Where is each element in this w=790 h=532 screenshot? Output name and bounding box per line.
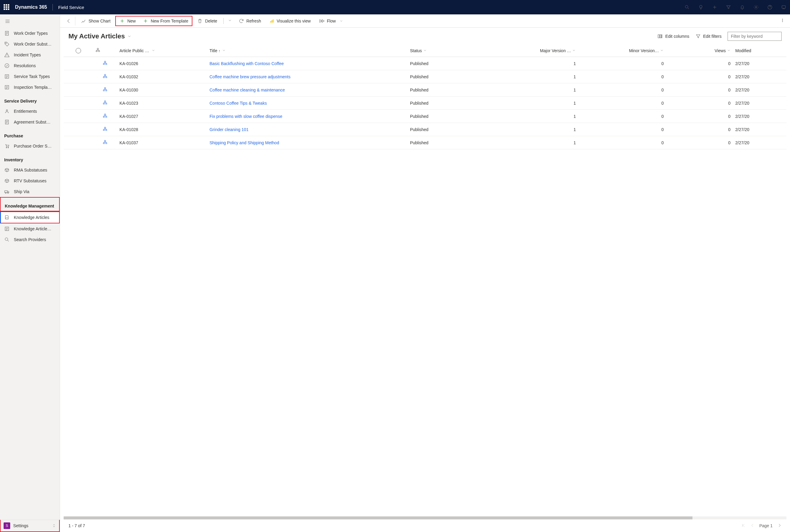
col-title[interactable]: Title ↑ xyxy=(207,44,408,57)
view-selector[interactable]: My Active Articles xyxy=(69,32,131,40)
area-label: Settings xyxy=(13,523,29,528)
updown-icon xyxy=(52,524,56,528)
select-all-header[interactable] xyxy=(63,44,93,57)
delete-chevron[interactable] xyxy=(226,17,234,24)
flow-label: Flow xyxy=(327,19,336,23)
settings-icon[interactable] xyxy=(753,4,759,10)
cell-title[interactable]: Contoso Coffee Tips & Tweaks xyxy=(207,97,408,110)
table-row[interactable]: KA-01032Coffee machine brew pressure adj… xyxy=(63,70,786,83)
flow-button[interactable]: Flow xyxy=(315,17,347,25)
plus-icon xyxy=(143,18,148,24)
cell-status: Published xyxy=(408,83,488,97)
nav-item[interactable]: Ship Via xyxy=(0,186,60,197)
search-icon[interactable] xyxy=(684,4,690,10)
table-row[interactable]: KA-01023Contoso Coffee Tips & TweaksPubl… xyxy=(63,97,786,110)
row-select[interactable] xyxy=(63,97,93,110)
cell-title[interactable]: Fix problems with slow coffee dispense xyxy=(207,110,408,123)
col-modified[interactable]: Modified xyxy=(733,44,786,57)
hierarchy-icon[interactable] xyxy=(93,123,117,136)
nav-item[interactable]: Agreement Subst… xyxy=(0,117,60,128)
bell-icon[interactable] xyxy=(739,4,745,10)
row-select[interactable] xyxy=(63,70,93,83)
delete-button[interactable]: Delete xyxy=(194,17,221,25)
nav-label: Ship Via xyxy=(14,189,30,194)
nav-item[interactable]: Incident Types xyxy=(0,50,60,60)
svg-rect-47 xyxy=(105,88,106,89)
row-select[interactable] xyxy=(63,57,93,70)
nav-group-title: Inventory xyxy=(0,151,60,165)
nav-item[interactable]: RMA Substatuses xyxy=(0,165,60,175)
cell-title[interactable]: Grinder cleaning 101 xyxy=(207,123,408,136)
cell-title[interactable]: Basic Backflushing with Contoso Coffee xyxy=(207,57,408,70)
nav-item[interactable]: Resolutions xyxy=(0,60,60,71)
cell-title[interactable]: Coffee machine brew pressure adjustments xyxy=(207,70,408,83)
new-button[interactable]: New xyxy=(116,17,139,25)
chevron-down-icon xyxy=(127,34,131,38)
pager-prev[interactable] xyxy=(750,523,755,529)
nav-group-title: Purchase xyxy=(0,128,60,141)
edit-columns-button[interactable]: Edit columns xyxy=(657,34,689,39)
hamburger-button[interactable] xyxy=(0,14,60,28)
table-row[interactable]: KA-01027Fix problems with slow coffee di… xyxy=(63,110,786,123)
table-row[interactable]: KA-01037Shipping Policy and Shipping Met… xyxy=(63,136,786,149)
row-select[interactable] xyxy=(63,136,93,149)
nav-item[interactable]: Knowledge Article… xyxy=(0,223,60,234)
new-from-template-button[interactable]: New From Template xyxy=(139,17,192,25)
overflow-button[interactable] xyxy=(777,16,788,26)
filter-icon[interactable] xyxy=(726,4,731,10)
pager-next[interactable] xyxy=(777,523,782,529)
row-select[interactable] xyxy=(63,83,93,97)
hierarchy-icon[interactable] xyxy=(93,57,117,70)
edit-filters-button[interactable]: Edit filters xyxy=(696,34,721,39)
add-icon[interactable] xyxy=(712,4,717,10)
col-major[interactable]: Major Version … xyxy=(488,44,578,57)
cell-status: Published xyxy=(408,110,488,123)
table-row[interactable]: KA-01026Basic Backflushing with Contoso … xyxy=(63,57,786,70)
horizontal-scrollbar[interactable] xyxy=(63,516,786,519)
assistant-icon[interactable] xyxy=(781,4,786,10)
nav-item[interactable]: Work Order Subst… xyxy=(0,39,60,50)
nav-item[interactable]: Purchase Order S… xyxy=(0,141,60,151)
cell-title[interactable]: Shipping Policy and Shipping Method xyxy=(207,136,408,149)
nav-item[interactable]: Service Task Types xyxy=(0,71,60,82)
cell-modified: 2/27/20 xyxy=(733,97,786,110)
show-chart-button[interactable]: Show Chart xyxy=(77,17,114,25)
col-article-number[interactable]: Article Public … xyxy=(117,44,207,57)
nav-item[interactable]: Search Providers xyxy=(0,234,60,245)
nav-item[interactable]: Inspection Templa… xyxy=(0,82,60,93)
hierarchy-icon[interactable] xyxy=(93,70,117,83)
cell-title[interactable]: Coffee machine cleaning & maintenance xyxy=(207,83,408,97)
col-views[interactable]: Views xyxy=(666,44,733,57)
row-select[interactable] xyxy=(63,110,93,123)
app-launcher-icon[interactable] xyxy=(4,4,10,10)
svg-point-17 xyxy=(6,147,6,148)
pager-first[interactable] xyxy=(741,523,746,529)
table-row[interactable]: KA-01030Coffee machine cleaning & mainte… xyxy=(63,83,786,97)
svg-line-1 xyxy=(688,8,689,9)
nav-item[interactable]: RTV Substatuses xyxy=(0,175,60,186)
hierarchy-icon[interactable] xyxy=(93,83,117,97)
cell-views: 0 xyxy=(666,70,733,83)
cell-minor: 0 xyxy=(578,123,666,136)
nav-icon xyxy=(4,84,10,90)
nav-item[interactable]: Work Order Types xyxy=(0,28,60,39)
hierarchy-icon[interactable] xyxy=(93,110,117,123)
back-button[interactable] xyxy=(62,17,75,25)
area-switcher[interactable]: S Settings xyxy=(0,520,60,532)
cell-major: 1 xyxy=(488,97,578,110)
table-row[interactable]: KA-01028Grinder cleaning 101Published100… xyxy=(63,123,786,136)
hierarchy-icon[interactable] xyxy=(93,97,117,110)
help-icon[interactable] xyxy=(767,4,773,10)
visualize-button[interactable]: Visualize this view xyxy=(266,17,314,25)
view-header: My Active Articles Edit columns Edit fil… xyxy=(60,27,790,43)
col-minor[interactable]: Minor Version… xyxy=(578,44,666,57)
filter-keyword-input[interactable] xyxy=(728,32,782,41)
col-status[interactable]: Status xyxy=(408,44,488,57)
nav-item[interactable]: Knowledge Articles xyxy=(0,211,60,223)
hierarchy-icon[interactable] xyxy=(93,136,117,149)
refresh-button[interactable]: Refresh xyxy=(235,17,265,25)
svg-rect-59 xyxy=(105,140,106,141)
nav-item[interactable]: Entitlements xyxy=(0,106,60,117)
row-select[interactable] xyxy=(63,123,93,136)
lightbulb-icon[interactable] xyxy=(698,4,703,10)
